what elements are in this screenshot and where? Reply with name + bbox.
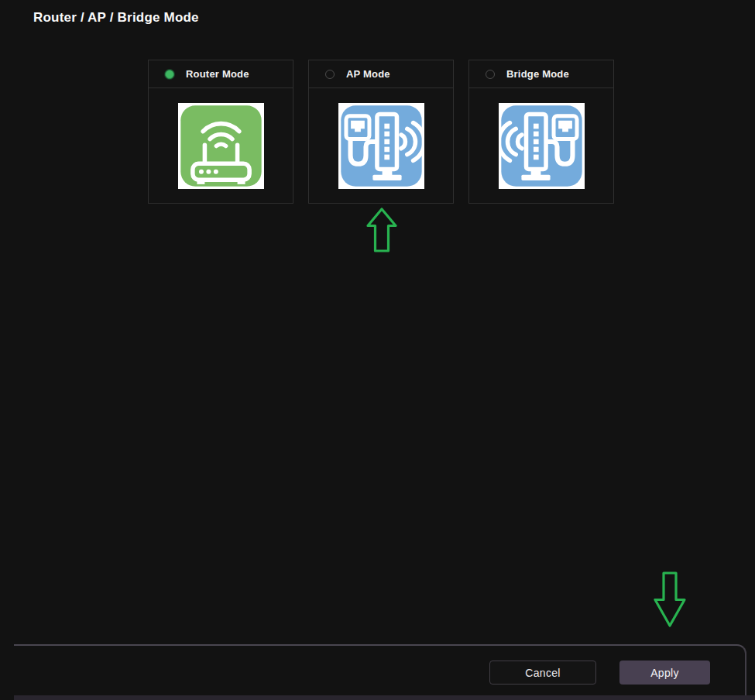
bridge-icon [499,103,585,189]
arrow-down-icon [654,571,686,627]
arrow-up-icon [366,208,397,252]
window-bottom-edge [14,695,755,700]
bridge-mode-label: Bridge Mode [506,68,569,80]
mode-card-ap[interactable]: AP Mode [308,60,454,204]
mode-card-bridge-header: Bridge Mode [469,60,613,88]
router-icon [178,103,264,189]
mode-card-bridge-body [469,88,613,203]
cancel-button[interactable]: Cancel [489,661,596,685]
mode-card-router[interactable]: Router Mode [148,60,293,204]
apply-button[interactable]: Apply [619,661,710,685]
mode-card-ap-header: AP Mode [309,60,453,88]
ap-mode-label: AP Mode [346,68,390,80]
mode-card-bridge[interactable]: Bridge Mode [468,60,614,204]
mode-card-ap-body [309,88,453,203]
router-mode-label: Router Mode [186,68,249,80]
mode-card-router-body [149,88,293,203]
page-title: Router / AP / Bridge Mode [33,10,199,26]
access-point-icon [338,103,424,189]
mode-card-router-header: Router Mode [149,60,293,88]
ap-mode-radio[interactable] [325,70,335,79]
mode-cards-row: Router Mode [148,60,614,204]
router-mode-radio[interactable] [165,70,174,79]
bridge-mode-radio[interactable] [486,70,495,79]
